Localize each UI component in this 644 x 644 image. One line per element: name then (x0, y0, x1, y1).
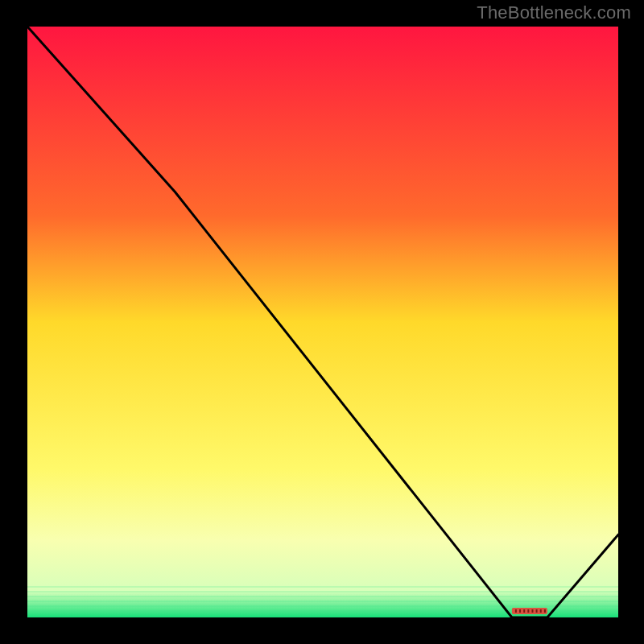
svg-rect-14 (540, 609, 542, 613)
brand-watermark: TheBottleneck.com (477, 2, 631, 23)
svg-rect-11 (527, 609, 529, 613)
svg-rect-7 (512, 608, 547, 614)
bottleneck-chart (27, 27, 618, 617)
svg-rect-10 (523, 609, 525, 613)
svg-rect-13 (536, 609, 538, 613)
optimal-band (512, 608, 547, 614)
svg-rect-12 (531, 609, 533, 613)
svg-rect-8 (515, 609, 517, 613)
svg-rect-0 (27, 27, 618, 617)
svg-rect-15 (544, 609, 546, 613)
svg-rect-9 (519, 609, 521, 613)
